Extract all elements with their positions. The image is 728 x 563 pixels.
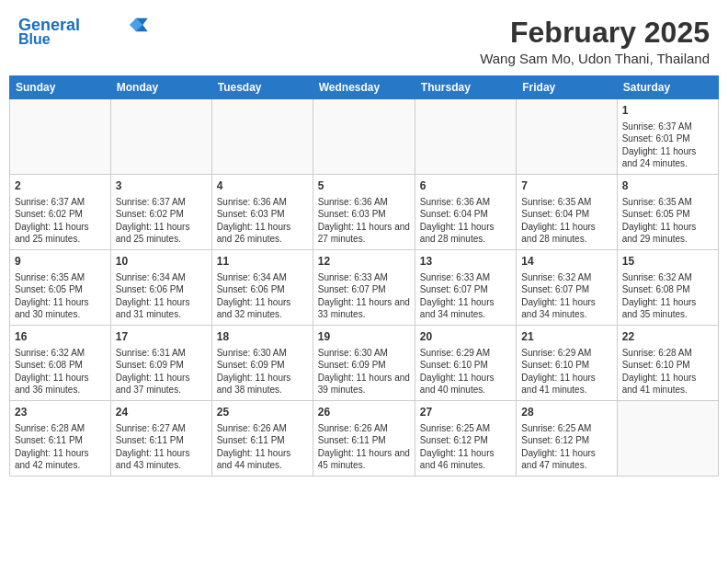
weekday-header: Wednesday — [313, 76, 415, 99]
weekday-header: Saturday — [617, 76, 718, 99]
day-number: 12 — [318, 254, 410, 270]
calendar-cell — [211, 99, 313, 175]
day-number: 19 — [318, 329, 410, 345]
calendar-cell: 21Sunrise: 6:29 AM Sunset: 6:10 PM Dayli… — [517, 326, 617, 401]
day-number: 22 — [622, 329, 713, 345]
calendar-cell: 22Sunrise: 6:28 AM Sunset: 6:10 PM Dayli… — [617, 326, 718, 401]
calendar-cell — [110, 99, 211, 175]
day-info: Sunrise: 6:34 AM Sunset: 6:06 PM Dayligh… — [116, 271, 207, 321]
weekday-header: Friday — [517, 76, 617, 99]
day-info: Sunrise: 6:35 AM Sunset: 6:05 PM Dayligh… — [622, 196, 713, 246]
day-info: Sunrise: 6:30 AM Sunset: 6:09 PM Dayligh… — [217, 347, 308, 396]
day-number: 21 — [521, 329, 611, 345]
logo: General Blue — [18, 17, 150, 47]
calendar-cell — [415, 99, 516, 175]
calendar-cell: 9Sunrise: 6:35 AM Sunset: 6:05 PM Daylig… — [10, 250, 111, 326]
day-number: 15 — [622, 254, 713, 270]
day-info: Sunrise: 6:37 AM Sunset: 6:02 PM Dayligh… — [15, 196, 106, 246]
day-info: Sunrise: 6:35 AM Sunset: 6:05 PM Dayligh… — [15, 271, 106, 321]
calendar-header-row: SundayMondayTuesdayWednesdayThursdayFrid… — [10, 76, 719, 99]
calendar-cell: 10Sunrise: 6:34 AM Sunset: 6:06 PM Dayli… — [110, 250, 211, 326]
day-number: 27 — [420, 405, 511, 420]
calendar-cell: 15Sunrise: 6:32 AM Sunset: 6:08 PM Dayli… — [617, 250, 718, 326]
weekday-header: Tuesday — [211, 76, 313, 99]
calendar-cell: 8Sunrise: 6:35 AM Sunset: 6:05 PM Daylig… — [617, 175, 718, 250]
day-info: Sunrise: 6:31 AM Sunset: 6:09 PM Dayligh… — [116, 347, 207, 396]
calendar-cell: 5Sunrise: 6:36 AM Sunset: 6:03 PM Daylig… — [313, 175, 415, 250]
day-info: Sunrise: 6:28 AM Sunset: 6:10 PM Dayligh… — [622, 347, 713, 396]
logo-icon — [124, 17, 150, 33]
title-block: February 2025 Wang Sam Mo, Udon Thani, T… — [480, 17, 710, 66]
calendar-cell: 11Sunrise: 6:34 AM Sunset: 6:06 PM Dayli… — [211, 250, 313, 326]
day-info: Sunrise: 6:26 AM Sunset: 6:11 PM Dayligh… — [318, 422, 410, 472]
day-number: 3 — [116, 178, 207, 194]
day-info: Sunrise: 6:33 AM Sunset: 6:07 PM Dayligh… — [318, 271, 410, 321]
calendar-week-row: 9Sunrise: 6:35 AM Sunset: 6:05 PM Daylig… — [10, 250, 719, 326]
day-number: 18 — [217, 329, 308, 345]
calendar-cell: 18Sunrise: 6:30 AM Sunset: 6:09 PM Dayli… — [211, 326, 313, 401]
day-info: Sunrise: 6:37 AM Sunset: 6:01 PM Dayligh… — [622, 121, 713, 170]
calendar-week-row: 23Sunrise: 6:28 AM Sunset: 6:11 PM Dayli… — [10, 401, 719, 477]
calendar-cell: 12Sunrise: 6:33 AM Sunset: 6:07 PM Dayli… — [313, 250, 415, 326]
day-number: 25 — [217, 405, 308, 420]
page-header: General Blue February 2025 Wang Sam Mo, … — [9, 9, 719, 70]
day-number: 8 — [622, 178, 713, 194]
calendar-cell — [10, 99, 111, 175]
day-number: 11 — [217, 254, 308, 270]
day-number: 14 — [521, 254, 611, 270]
day-info: Sunrise: 6:30 AM Sunset: 6:09 PM Dayligh… — [318, 347, 410, 396]
weekday-header: Thursday — [415, 76, 516, 99]
day-number: 7 — [521, 178, 611, 194]
day-info: Sunrise: 6:37 AM Sunset: 6:02 PM Dayligh… — [116, 196, 207, 246]
day-number: 5 — [318, 178, 410, 194]
day-number: 20 — [420, 329, 511, 345]
day-info: Sunrise: 6:29 AM Sunset: 6:10 PM Dayligh… — [521, 347, 611, 396]
calendar-cell: 27Sunrise: 6:25 AM Sunset: 6:12 PM Dayli… — [415, 401, 516, 477]
day-number: 4 — [217, 178, 308, 194]
calendar-cell: 6Sunrise: 6:36 AM Sunset: 6:04 PM Daylig… — [415, 175, 516, 250]
day-number: 6 — [420, 178, 511, 194]
day-info: Sunrise: 6:32 AM Sunset: 6:08 PM Dayligh… — [15, 347, 106, 396]
calendar-table: SundayMondayTuesdayWednesdayThursdayFrid… — [9, 75, 719, 477]
calendar-cell: 3Sunrise: 6:37 AM Sunset: 6:02 PM Daylig… — [110, 175, 211, 250]
day-number: 10 — [116, 254, 207, 270]
month-title: February 2025 — [480, 17, 710, 49]
calendar-cell: 26Sunrise: 6:26 AM Sunset: 6:11 PM Dayli… — [313, 401, 415, 477]
calendar-cell — [617, 401, 718, 477]
calendar-cell: 13Sunrise: 6:33 AM Sunset: 6:07 PM Dayli… — [415, 250, 516, 326]
day-info: Sunrise: 6:28 AM Sunset: 6:11 PM Dayligh… — [15, 422, 106, 472]
weekday-header: Monday — [110, 76, 211, 99]
day-number: 28 — [521, 405, 611, 420]
calendar-cell: 28Sunrise: 6:25 AM Sunset: 6:12 PM Dayli… — [517, 401, 617, 477]
location-subtitle: Wang Sam Mo, Udon Thani, Thailand — [480, 51, 710, 66]
day-number: 2 — [15, 178, 106, 194]
calendar-week-row: 1Sunrise: 6:37 AM Sunset: 6:01 PM Daylig… — [10, 99, 719, 175]
weekday-header: Sunday — [10, 76, 111, 99]
calendar-cell: 19Sunrise: 6:30 AM Sunset: 6:09 PM Dayli… — [313, 326, 415, 401]
day-number: 13 — [420, 254, 511, 270]
day-number: 9 — [15, 254, 106, 270]
calendar-cell: 14Sunrise: 6:32 AM Sunset: 6:07 PM Dayli… — [517, 250, 617, 326]
calendar-cell: 1Sunrise: 6:37 AM Sunset: 6:01 PM Daylig… — [617, 99, 718, 175]
day-info: Sunrise: 6:36 AM Sunset: 6:03 PM Dayligh… — [217, 196, 308, 246]
day-info: Sunrise: 6:27 AM Sunset: 6:11 PM Dayligh… — [116, 422, 207, 472]
day-info: Sunrise: 6:26 AM Sunset: 6:11 PM Dayligh… — [217, 422, 308, 472]
calendar-cell: 25Sunrise: 6:26 AM Sunset: 6:11 PM Dayli… — [211, 401, 313, 477]
calendar-cell: 17Sunrise: 6:31 AM Sunset: 6:09 PM Dayli… — [110, 326, 211, 401]
calendar-week-row: 2Sunrise: 6:37 AM Sunset: 6:02 PM Daylig… — [10, 175, 719, 250]
calendar-cell: 23Sunrise: 6:28 AM Sunset: 6:11 PM Dayli… — [10, 401, 111, 477]
day-number: 16 — [15, 329, 106, 345]
day-number: 23 — [15, 405, 106, 420]
calendar-cell: 7Sunrise: 6:35 AM Sunset: 6:04 PM Daylig… — [517, 175, 617, 250]
day-info: Sunrise: 6:25 AM Sunset: 6:12 PM Dayligh… — [521, 422, 611, 472]
day-info: Sunrise: 6:32 AM Sunset: 6:07 PM Dayligh… — [521, 271, 611, 321]
calendar-week-row: 16Sunrise: 6:32 AM Sunset: 6:08 PM Dayli… — [10, 326, 719, 401]
day-number: 26 — [318, 405, 410, 420]
day-info: Sunrise: 6:29 AM Sunset: 6:10 PM Dayligh… — [420, 347, 511, 396]
calendar-cell — [313, 99, 415, 175]
calendar-cell — [517, 99, 617, 175]
day-info: Sunrise: 6:25 AM Sunset: 6:12 PM Dayligh… — [420, 422, 511, 472]
day-info: Sunrise: 6:36 AM Sunset: 6:03 PM Dayligh… — [318, 196, 410, 246]
day-number: 17 — [116, 329, 207, 345]
calendar-cell: 20Sunrise: 6:29 AM Sunset: 6:10 PM Dayli… — [415, 326, 516, 401]
